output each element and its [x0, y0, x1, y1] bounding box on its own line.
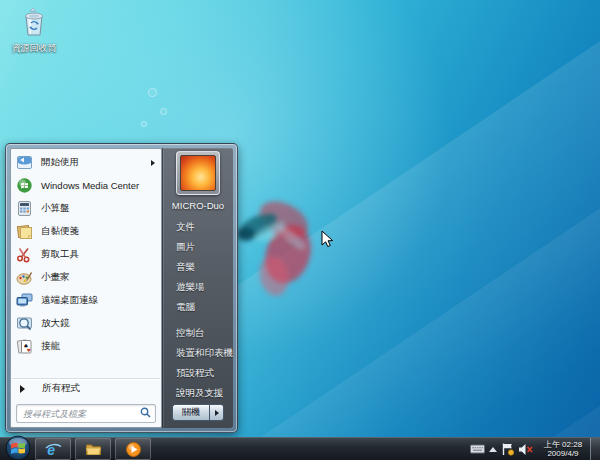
- menu-item-label: 遠端桌面連線: [41, 294, 98, 307]
- svg-text:♥: ♥: [27, 348, 31, 353]
- start-menu-programs-panel: 開始使用 Windows Media Center: [10, 148, 162, 428]
- menu-item-label: 裝置和印表機: [176, 347, 233, 360]
- menu-item-calculator[interactable]: 小算盤: [11, 197, 161, 220]
- menu-item-label: 剪取工具: [41, 248, 79, 261]
- menu-item-paint[interactable]: 小畫家: [11, 266, 161, 289]
- search-input[interactable]: [16, 404, 156, 423]
- menu-item-label: 預設程式: [176, 367, 214, 380]
- menu-item-label: 電腦: [176, 301, 195, 314]
- menu-item-snipping-tool[interactable]: 剪取工具: [11, 243, 161, 266]
- internet-explorer-icon: e: [45, 441, 62, 458]
- menu-item-label: 遊樂場: [176, 281, 205, 294]
- recycle-bin-desktop-icon[interactable]: 資源回收筒: [8, 4, 60, 53]
- action-center-button[interactable]: [499, 438, 516, 460]
- remote-desktop-icon: [16, 292, 33, 309]
- wallpaper-bubble: [160, 108, 167, 115]
- wallpaper-bubble: [148, 88, 157, 97]
- paint-icon: [16, 269, 33, 286]
- media-center-icon: [16, 177, 33, 194]
- menu-item-default-programs[interactable]: 預設程式: [163, 363, 233, 383]
- taskbar-clock[interactable]: 上午 02:28 2009/4/9: [539, 440, 587, 458]
- taskbar: e: [0, 437, 600, 460]
- menu-item-label: 自黏便箋: [41, 225, 79, 238]
- betta-fish-wallpaper: [222, 168, 332, 308]
- calculator-icon: [16, 200, 33, 217]
- snipping-tool-icon: [16, 246, 33, 263]
- menu-item-label: 音樂: [176, 261, 195, 274]
- menu-item-documents[interactable]: 文件: [163, 217, 233, 237]
- menu-item-devices-and-printers[interactable]: 裝置和印表機: [163, 343, 233, 363]
- menu-item-label: 放大鏡: [41, 317, 70, 330]
- volume-button[interactable]: [516, 438, 536, 460]
- menu-item-solitaire[interactable]: ♠ ♥ 接龍: [11, 335, 161, 358]
- shutdown-options-button[interactable]: [209, 404, 224, 421]
- show-desktop-button[interactable]: [590, 438, 600, 460]
- shutdown-controls: 關機: [163, 404, 233, 421]
- media-player-icon: [125, 441, 142, 458]
- menu-item-label: Windows Media Center: [41, 180, 139, 191]
- menu-item-computer[interactable]: 電腦: [163, 297, 233, 317]
- submenu-arrow-icon: [151, 160, 155, 166]
- start-menu-places-panel: MICRO-Duo 文件 圖片 音樂 遊樂場 電腦 控制台 裝置和印表機 預設程…: [162, 148, 233, 428]
- taskbar-button-windows-explorer[interactable]: [75, 438, 111, 460]
- getting-started-icon: [16, 154, 33, 171]
- menu-item-help-and-support[interactable]: 說明及支援: [163, 383, 233, 403]
- language-bar-button[interactable]: [468, 438, 487, 460]
- keyboard-icon: [470, 444, 485, 454]
- volume-muted-icon: [518, 443, 534, 456]
- sticky-notes-icon: [16, 223, 33, 240]
- user-avatar: [180, 155, 216, 191]
- menu-item-label: 開始使用: [41, 156, 79, 169]
- show-hidden-icons-button[interactable]: [487, 438, 499, 460]
- taskbar-button-internet-explorer[interactable]: e: [35, 438, 71, 460]
- menu-item-label: 說明及支援: [176, 387, 224, 400]
- menu-item-music[interactable]: 音樂: [163, 257, 233, 277]
- menu-item-sticky-notes[interactable]: 自黏便箋: [11, 220, 161, 243]
- search-box: [16, 403, 156, 424]
- menu-item-games[interactable]: 遊樂場: [163, 277, 233, 297]
- shutdown-label: 關機: [182, 406, 200, 419]
- recycle-bin-icon: [17, 4, 51, 38]
- menu-item-getting-started[interactable]: 開始使用: [11, 151, 161, 174]
- start-menu-bottom: 所有程式: [11, 378, 161, 424]
- menu-item-label: 接龍: [41, 340, 60, 353]
- all-programs-label: 所有程式: [42, 382, 80, 395]
- wallpaper-bubble: [141, 121, 147, 127]
- user-picture-tile[interactable]: [176, 151, 220, 195]
- menu-item-label: 控制台: [176, 327, 205, 340]
- start-button[interactable]: [5, 435, 31, 460]
- system-tray: 上午 02:28 2009/4/9: [468, 438, 600, 460]
- menu-item-label: 圖片: [176, 241, 195, 254]
- right-arrow-icon: [20, 385, 25, 393]
- menu-item-windows-media-center[interactable]: Windows Media Center: [11, 174, 161, 197]
- action-center-flag-icon: [501, 442, 514, 456]
- hidden-icons-arrow-icon: [489, 447, 497, 452]
- menu-item-label: 小畫家: [41, 271, 70, 284]
- recycle-bin-label: 資源回收筒: [8, 43, 60, 53]
- taskbar-button-windows-media-player[interactable]: [115, 438, 151, 460]
- clock-time: 上午 02:28: [539, 440, 587, 449]
- search-icon[interactable]: [140, 407, 151, 418]
- menu-item-magnifier[interactable]: 放大鏡: [11, 312, 161, 335]
- mouse-cursor: [321, 230, 334, 248]
- desktop: 資源回收筒 開始使用: [0, 0, 600, 460]
- start-menu: 開始使用 Windows Media Center: [5, 143, 238, 433]
- all-programs-button[interactable]: 所有程式: [11, 379, 161, 399]
- menu-item-remote-desktop[interactable]: 遠端桌面連線: [11, 289, 161, 312]
- menu-item-label: 文件: [176, 221, 195, 234]
- shutdown-button[interactable]: 關機: [172, 404, 209, 421]
- user-name[interactable]: MICRO-Duo: [163, 200, 233, 211]
- clock-date: 2009/4/9: [539, 449, 587, 458]
- menu-item-label: 小算盤: [41, 202, 70, 215]
- folder-icon: [85, 441, 102, 458]
- magnifier-icon: [16, 315, 33, 332]
- menu-item-control-panel[interactable]: 控制台: [163, 323, 233, 343]
- solitaire-icon: ♠ ♥: [16, 338, 33, 355]
- menu-item-pictures[interactable]: 圖片: [163, 237, 233, 257]
- right-arrow-icon: [215, 410, 219, 416]
